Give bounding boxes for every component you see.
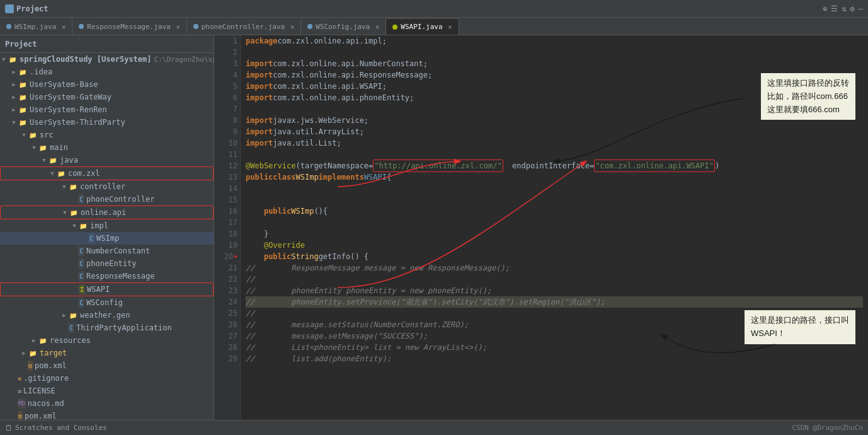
folder-icon: 📁 bbox=[18, 79, 28, 90]
code-line-23: // phoneEntity phoneEntity = new phoneEn… bbox=[246, 285, 863, 296]
scratches-item[interactable]: 🗒 Scratches and Consoles bbox=[5, 424, 107, 432]
expand-arrow: ▼ bbox=[20, 132, 28, 138]
tab-label-wsapi: WSAPI.java bbox=[401, 23, 442, 31]
scratches-label: Scratches and Consoles bbox=[15, 424, 107, 432]
tree-item-wsapi[interactable]: I WSAPI bbox=[0, 282, 214, 296]
expand-arrow: ▼ bbox=[0, 56, 8, 62]
minimize-icon[interactable]: — bbox=[859, 4, 863, 13]
top-bar-title: Project bbox=[16, 4, 49, 13]
tab-close-wsimpl[interactable]: ✕ bbox=[62, 23, 66, 30]
editor: 12345 678910 1112131415 16171819 20 ▶ 21… bbox=[214, 35, 868, 420]
tree-item-target[interactable]: ▶ 📁 target bbox=[0, 347, 214, 359]
code-line-13: public class WSImp implements WSAPI { bbox=[246, 171, 863, 183]
tab-wsimpl[interactable]: WSImp.java ✕ bbox=[0, 18, 72, 35]
tree-item-springcloudstudy[interactable]: ▼ 📁 springCloudStudy [UserSystem] C:\Dra… bbox=[0, 53, 214, 66]
add-icon[interactable]: ⊕ bbox=[823, 4, 827, 13]
tree-label: resources bbox=[50, 336, 91, 345]
expand-arrow: ▼ bbox=[40, 157, 48, 163]
tree-item-main[interactable]: ▼ 📁 main bbox=[0, 141, 214, 154]
code-line-17 bbox=[246, 217, 863, 228]
tree-item-license[interactable]: ≡ LICENSE bbox=[0, 385, 214, 397]
code-line-22: // bbox=[246, 274, 863, 285]
tree-item-com-zxl[interactable]: ▼ 📁 com.zxl bbox=[0, 166, 214, 180]
expand-arrow: ▶ bbox=[30, 337, 38, 344]
tree-item-resources[interactable]: ▶ 📁 resources bbox=[0, 334, 214, 347]
settings-icon[interactable]: ⚙ bbox=[850, 4, 855, 13]
java-icon: C bbox=[78, 258, 84, 269]
tree-label: com.zxl bbox=[68, 169, 100, 178]
expand-arrow: ▼ bbox=[60, 183, 68, 190]
tab-close-response[interactable]: ✕ bbox=[176, 23, 180, 30]
code-line-20: public String getInfo() { bbox=[246, 251, 863, 262]
tab-phone[interactable]: phoneController.java ✕ bbox=[187, 18, 301, 35]
tab-close-wsconfig[interactable]: ✕ bbox=[375, 23, 379, 30]
tree-label: pom.xml bbox=[25, 412, 57, 420]
folder-icon: 📁 bbox=[56, 168, 66, 178]
tree-item-thirdparty[interactable]: ▼ 📁 UserSystem-ThirdParty bbox=[0, 116, 214, 129]
tab-close-wsapi[interactable]: ✕ bbox=[448, 23, 452, 30]
tree-item-java[interactable]: ▼ 📁 java bbox=[0, 154, 214, 166]
tree-item-usersystem-base[interactable]: ▶ 📁 UserSyatem-Base bbox=[0, 78, 214, 91]
tree-item-pom-root[interactable]: m pom.xml bbox=[0, 410, 214, 420]
tree-label: phoneEntity bbox=[86, 259, 136, 268]
tab-wsapi[interactable]: WSAPI.java ✕ bbox=[386, 18, 459, 35]
tree-item-idea[interactable]: ▶ 📁 .idea bbox=[0, 66, 214, 78]
tab-bar: WSImp.java ✕ ResponseMessage.java ✕ phon… bbox=[0, 18, 868, 35]
java-icon: C bbox=[78, 298, 84, 308]
editor-content[interactable]: 12345 678910 1112131415 16171819 20 ▶ 21… bbox=[214, 35, 868, 420]
expand-arrow: ▶ bbox=[10, 107, 18, 113]
credit-text: CSDN @DragonZhuCn bbox=[792, 424, 863, 432]
tab-response[interactable]: ResponseMessage.java ✕ bbox=[72, 18, 186, 35]
tree-item-phoneentity[interactable]: C phoneEntity bbox=[0, 257, 214, 270]
tree-label: LICENSE bbox=[23, 386, 55, 395]
sidebar-header: Project bbox=[0, 35, 214, 53]
tree-label: src bbox=[40, 130, 54, 139]
tree-item-thirdpartyapp[interactable]: C ThirdPartyApplication bbox=[0, 322, 214, 334]
tree-item-online-api[interactable]: ▼ 📁 online.api bbox=[0, 206, 214, 219]
tree-label: online.api bbox=[81, 208, 126, 217]
tree-item-gitignore[interactable]: ≡ .gitignore bbox=[0, 372, 214, 385]
tree-item-weather[interactable]: ▶ 📁 weather.gen bbox=[0, 309, 214, 322]
text-icon: ≡ bbox=[18, 386, 21, 396]
tree-item-phonecontroller[interactable]: C phoneController bbox=[0, 193, 214, 206]
tab-label-wsconfig: WSConfig.java bbox=[316, 23, 370, 31]
tree-label: ResponseMessage bbox=[86, 272, 154, 281]
tree-item-impl[interactable]: ▼ 📁 impl bbox=[0, 219, 214, 232]
tree-label: springCloudStudy [UserSystem] bbox=[20, 55, 152, 64]
tree-label: pom.xml bbox=[35, 361, 67, 370]
sort-icon[interactable]: ⇅ bbox=[842, 4, 846, 13]
tree-item-wsconfig[interactable]: C WSConfig bbox=[0, 296, 214, 309]
java-icon: C bbox=[78, 194, 84, 204]
sidebar-tree[interactable]: ▼ 📁 springCloudStudy [UserSystem] C:\Dra… bbox=[0, 53, 214, 420]
code-line-12: @WebService(targetNamespace = "http://ap… bbox=[246, 160, 863, 171]
folder-icon: 📁 bbox=[78, 221, 88, 231]
code-line-10: import java.util.List; bbox=[246, 137, 863, 149]
note1-line1: 比如，路径叫com.666 bbox=[767, 91, 848, 101]
tree-item-src[interactable]: ▼ 📁 src bbox=[0, 129, 214, 141]
tab-wsconfig[interactable]: WSConfig.java ✕ bbox=[301, 18, 386, 35]
tree-item-pom-m[interactable]: m pom.xml bbox=[0, 359, 214, 372]
tree-label: UserSystem-GateWay bbox=[30, 93, 111, 102]
code-line-2 bbox=[246, 47, 863, 58]
expand-arrow: ▼ bbox=[61, 209, 69, 216]
tree-item-responsemessage[interactable]: C ResponseMessage bbox=[0, 270, 214, 282]
tree-label: ThirdPartyApplication bbox=[76, 323, 172, 332]
tree-label: WSConfig bbox=[86, 298, 123, 307]
tree-item-numberconstant[interactable]: C NumberConstant bbox=[0, 245, 214, 257]
tab-close-phone[interactable]: ✕ bbox=[290, 23, 294, 30]
folder-icon: 📁 bbox=[18, 67, 28, 77]
tree-item-nacos[interactable]: MD nacos.md bbox=[0, 397, 214, 410]
tree-label: UserSystem-ThirdParty bbox=[30, 118, 125, 127]
code-line-15 bbox=[246, 194, 863, 206]
expand-arrow: ▼ bbox=[71, 223, 78, 229]
tree-item-renren[interactable]: ▶ 📁 UserSystem-RenRen bbox=[0, 103, 214, 116]
tree-label: NumberConstant bbox=[86, 246, 150, 255]
line-numbers: 12345 678910 1112131415 16171819 20 ▶ 21… bbox=[214, 35, 241, 420]
project-header-label: Project bbox=[5, 40, 37, 49]
tree-item-wsimp[interactable]: C WSImp bbox=[0, 232, 214, 245]
tree-item-gateway[interactable]: ▶ 📁 UserSystem-GateWay bbox=[0, 91, 214, 103]
list-icon[interactable]: ☰ bbox=[831, 4, 838, 13]
tree-label: .idea bbox=[30, 67, 52, 76]
tree-item-controller[interactable]: ▼ 📁 controller bbox=[0, 180, 214, 193]
folder-icon: 📁 bbox=[38, 142, 48, 153]
